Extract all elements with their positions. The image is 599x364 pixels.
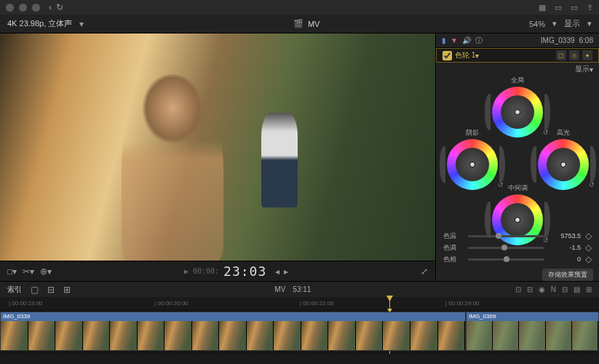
wheel-highlights-label: 高光 <box>557 128 570 138</box>
effect-dropdown-icon[interactable]: ▾ <box>475 52 479 60</box>
history-icon[interactable]: ↻ <box>56 2 63 12</box>
timeline-tracks[interactable]: IMG_0339IMG_0369 <box>0 309 599 354</box>
slider-thumb[interactable] <box>496 233 501 239</box>
timeline-opt-1[interactable]: ⊡ <box>515 285 521 293</box>
slider-keyframe-icon[interactable]: ◇ <box>585 254 592 264</box>
maximize-button[interactable] <box>32 4 40 12</box>
viewer-tool-trim[interactable]: ✂▾ <box>23 266 34 277</box>
slider-track[interactable] <box>468 235 544 237</box>
info-tab-icon[interactable]: ⓘ <box>475 36 483 46</box>
wheel-highlights: 高光 ↺ <box>531 128 596 190</box>
color-wheels-area: 全局 ↺ 阴影 ↺ 高光 <box>436 76 599 227</box>
wheel-highlights-saturation[interactable] <box>587 146 596 183</box>
wheel-shadows-control[interactable]: ↺ <box>447 139 498 190</box>
zoom-level[interactable]: 54% <box>529 20 545 28</box>
slider-thumb[interactable] <box>504 256 509 262</box>
timeline-opt-2[interactable]: ⊟ <box>527 285 533 293</box>
viewer-canvas[interactable] <box>0 33 435 261</box>
toggle2-icon[interactable]: ▭ <box>571 3 578 12</box>
down-arrow-icon[interactable]: ▾ <box>79 19 84 29</box>
toggle1-icon[interactable]: ▭ <box>555 3 562 12</box>
wheel-midtones-puck[interactable] <box>515 217 520 223</box>
fx-dropdown-icon[interactable]: ▾ <box>582 50 592 60</box>
timeline-ruler[interactable]: | 00:00:18:00| 00:00:20:00| 00:00:22:00|… <box>0 297 599 309</box>
slider-thumb[interactable] <box>501 245 507 250</box>
share-icon[interactable]: ⇪ <box>587 3 593 12</box>
layout-icon[interactable]: ▦ <box>539 3 546 12</box>
minimize-button[interactable] <box>19 4 27 12</box>
timeline-opt-7[interactable]: ⊞ <box>586 285 592 293</box>
slider-value[interactable]: 5753.5 <box>549 232 581 240</box>
audio-tab-icon[interactable]: 🔊 <box>462 36 471 44</box>
timeline-header: 索引 ▢ ⊟ ⊞ MV 53:11 ⊡ ⊟ ◉ N ⊟ ▤ ⊞ <box>0 281 599 297</box>
wheel-midtones-brightness[interactable] <box>485 202 493 238</box>
wheel-midtones-saturation[interactable] <box>542 202 550 238</box>
mask-icon[interactable]: ▢ <box>556 50 566 60</box>
slider-label: 色相 <box>443 255 464 264</box>
slider-track[interactable] <box>468 258 544 261</box>
slider-row-2: 色相 0 ◇ <box>443 253 592 265</box>
video-subject-background <box>261 113 298 207</box>
video-tab-icon[interactable]: ▮ <box>442 36 446 44</box>
clip-duration: 6:08 <box>579 36 593 44</box>
viewer-tool-select[interactable]: □▾ <box>7 266 17 277</box>
inspector-show-menu[interactable]: 显示 <box>575 64 590 74</box>
wheel-global-puck[interactable] <box>515 109 520 115</box>
inspector-show-dropdown-icon[interactable]: ▾ <box>590 66 593 74</box>
wheel-shadows-label: 阴影 <box>466 128 479 138</box>
ruler-tick: | 00:00:22:00 <box>300 300 334 306</box>
next-frame-button[interactable]: ▸ <box>284 266 288 277</box>
wheel-midtones-reset-icon[interactable]: ↺ <box>543 237 549 244</box>
timeline-project-duration: 53:11 <box>293 285 311 293</box>
wheel-global-brightness[interactable] <box>485 94 493 130</box>
prev-frame-button[interactable]: ◂ <box>275 266 279 277</box>
wheel-highlights-reset-icon[interactable]: ↺ <box>589 181 595 189</box>
color-tab-icon[interactable]: ▼ <box>451 36 458 44</box>
wheel-highlights-puck[interactable] <box>560 162 566 167</box>
clip-thumbnail <box>410 321 438 350</box>
slider-keyframe-icon[interactable]: ◇ <box>585 231 592 241</box>
viewer-tool-retime[interactable]: ⊕▾ <box>40 266 52 277</box>
playhead[interactable] <box>389 297 390 309</box>
timeline-tool-1[interactable]: ▢ <box>31 285 39 295</box>
wheel-midtones-label: 中间调 <box>508 183 528 193</box>
wheel-shadows-brightness[interactable] <box>440 146 448 183</box>
clip-thumbnail <box>328 321 356 350</box>
timeline-opt-3[interactable]: ◉ <box>539 285 545 293</box>
close-button[interactable] <box>6 4 14 12</box>
keyframe-icon[interactable]: ◇ <box>569 50 579 60</box>
traffic-lights[interactable] <box>6 4 40 12</box>
viewer-controls: □▾ ✂▾ ⊕▾ ▶ 00:00: 23:03 ◂ ▸ ⤢ <box>0 261 435 281</box>
wheel-global-label: 全局 <box>511 76 524 85</box>
wheel-shadows-saturation[interactable] <box>496 146 505 183</box>
fullscreen-icon[interactable]: ⤢ <box>421 266 428 277</box>
timeline-tool-3[interactable]: ⊞ <box>63 285 71 295</box>
clip-thumbnail <box>301 321 329 350</box>
index-button[interactable]: 索引 <box>7 285 22 295</box>
wheel-highlights-control[interactable]: ↺ <box>538 139 589 190</box>
slider-keyframe-icon[interactable]: ◇ <box>585 242 592 253</box>
wheel-global-saturation[interactable] <box>542 94 550 130</box>
timeline-opt-5[interactable]: ⊟ <box>562 285 568 293</box>
slider-value[interactable]: 0 <box>549 256 581 263</box>
clip-thumbnail <box>572 321 598 350</box>
save-preset-button[interactable]: 存储效果预置 <box>542 269 593 281</box>
zoom-dropdown-icon[interactable]: ▾ <box>552 19 557 28</box>
timeline-clip[interactable]: IMG_0369 <box>466 312 599 351</box>
timeline-tool-2[interactable]: ⊟ <box>47 285 55 295</box>
ruler-tick: | 00:00:20:00 <box>154 300 189 306</box>
clip-thumbnail <box>546 321 572 350</box>
wheel-highlights-brightness[interactable] <box>531 146 539 183</box>
wheel-shadows-puck[interactable] <box>469 162 475 167</box>
viewer-panel: □▾ ✂▾ ⊕▾ ▶ 00:00: 23:03 ◂ ▸ ⤢ <box>0 33 435 281</box>
slider-value[interactable]: -1.5 <box>549 244 581 251</box>
effect-title-bar[interactable]: 色轮 1 ▾ ▢ ◇ ▾ <box>436 48 599 63</box>
timeline-opt-6[interactable]: ▤ <box>574 285 580 293</box>
effect-enable-checkbox[interactable] <box>443 51 452 60</box>
slider-track[interactable] <box>468 247 544 249</box>
view-menu[interactable]: 显示 <box>564 18 580 29</box>
view-dropdown-icon[interactable]: ▾ <box>587 19 592 28</box>
timeline-opt-4[interactable]: N <box>551 285 556 293</box>
timeline-clip[interactable]: IMG_0339 <box>0 312 466 351</box>
back-arrow-icon[interactable]: ‹ <box>49 2 52 12</box>
